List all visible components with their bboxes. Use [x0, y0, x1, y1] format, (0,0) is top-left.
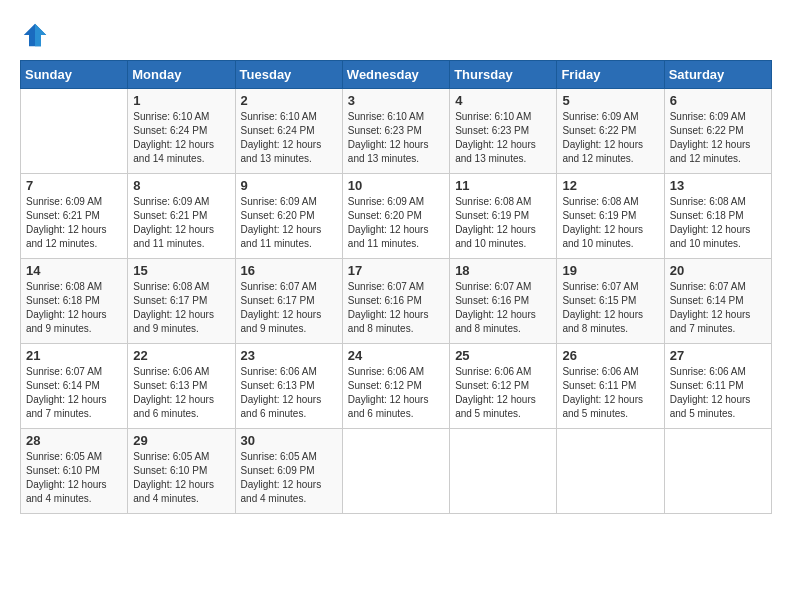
calendar-cell: 8 Sunrise: 6:09 AM Sunset: 6:21 PM Dayli… — [128, 174, 235, 259]
day-info: Sunrise: 6:08 AM Sunset: 6:18 PM Dayligh… — [26, 280, 122, 336]
day-number: 18 — [455, 263, 551, 278]
calendar-week-row: 14 Sunrise: 6:08 AM Sunset: 6:18 PM Dayl… — [21, 259, 772, 344]
calendar-cell — [21, 89, 128, 174]
calendar-cell: 14 Sunrise: 6:08 AM Sunset: 6:18 PM Dayl… — [21, 259, 128, 344]
day-info: Sunrise: 6:08 AM Sunset: 6:19 PM Dayligh… — [562, 195, 658, 251]
day-number: 13 — [670, 178, 766, 193]
day-info: Sunrise: 6:09 AM Sunset: 6:21 PM Dayligh… — [133, 195, 229, 251]
calendar-cell — [557, 429, 664, 514]
day-info: Sunrise: 6:07 AM Sunset: 6:14 PM Dayligh… — [26, 365, 122, 421]
day-info: Sunrise: 6:10 AM Sunset: 6:23 PM Dayligh… — [348, 110, 444, 166]
page-header — [20, 20, 772, 50]
day-number: 24 — [348, 348, 444, 363]
logo-icon — [20, 20, 50, 50]
day-info: Sunrise: 6:07 AM Sunset: 6:14 PM Dayligh… — [670, 280, 766, 336]
day-number: 3 — [348, 93, 444, 108]
calendar-cell: 28 Sunrise: 6:05 AM Sunset: 6:10 PM Dayl… — [21, 429, 128, 514]
calendar-cell: 18 Sunrise: 6:07 AM Sunset: 6:16 PM Dayl… — [450, 259, 557, 344]
weekday-row: SundayMondayTuesdayWednesdayThursdayFrid… — [21, 61, 772, 89]
calendar-cell: 12 Sunrise: 6:08 AM Sunset: 6:19 PM Dayl… — [557, 174, 664, 259]
calendar-week-row: 21 Sunrise: 6:07 AM Sunset: 6:14 PM Dayl… — [21, 344, 772, 429]
calendar-cell: 1 Sunrise: 6:10 AM Sunset: 6:24 PM Dayli… — [128, 89, 235, 174]
calendar-cell: 17 Sunrise: 6:07 AM Sunset: 6:16 PM Dayl… — [342, 259, 449, 344]
calendar-cell: 2 Sunrise: 6:10 AM Sunset: 6:24 PM Dayli… — [235, 89, 342, 174]
day-info: Sunrise: 6:05 AM Sunset: 6:10 PM Dayligh… — [26, 450, 122, 506]
calendar-cell: 6 Sunrise: 6:09 AM Sunset: 6:22 PM Dayli… — [664, 89, 771, 174]
day-number: 29 — [133, 433, 229, 448]
calendar-cell: 24 Sunrise: 6:06 AM Sunset: 6:12 PM Dayl… — [342, 344, 449, 429]
weekday-header: Friday — [557, 61, 664, 89]
day-number: 6 — [670, 93, 766, 108]
day-number: 1 — [133, 93, 229, 108]
calendar-week-row: 28 Sunrise: 6:05 AM Sunset: 6:10 PM Dayl… — [21, 429, 772, 514]
calendar-cell: 7 Sunrise: 6:09 AM Sunset: 6:21 PM Dayli… — [21, 174, 128, 259]
day-info: Sunrise: 6:06 AM Sunset: 6:11 PM Dayligh… — [670, 365, 766, 421]
day-number: 5 — [562, 93, 658, 108]
day-info: Sunrise: 6:08 AM Sunset: 6:18 PM Dayligh… — [670, 195, 766, 251]
day-info: Sunrise: 6:10 AM Sunset: 6:24 PM Dayligh… — [241, 110, 337, 166]
day-number: 22 — [133, 348, 229, 363]
calendar-cell: 29 Sunrise: 6:05 AM Sunset: 6:10 PM Dayl… — [128, 429, 235, 514]
day-number: 9 — [241, 178, 337, 193]
calendar-cell: 20 Sunrise: 6:07 AM Sunset: 6:14 PM Dayl… — [664, 259, 771, 344]
calendar-week-row: 7 Sunrise: 6:09 AM Sunset: 6:21 PM Dayli… — [21, 174, 772, 259]
calendar-cell: 30 Sunrise: 6:05 AM Sunset: 6:09 PM Dayl… — [235, 429, 342, 514]
day-number: 15 — [133, 263, 229, 278]
calendar-cell: 19 Sunrise: 6:07 AM Sunset: 6:15 PM Dayl… — [557, 259, 664, 344]
weekday-header: Wednesday — [342, 61, 449, 89]
calendar-cell: 5 Sunrise: 6:09 AM Sunset: 6:22 PM Dayli… — [557, 89, 664, 174]
calendar-cell — [450, 429, 557, 514]
calendar-cell — [664, 429, 771, 514]
calendar-cell: 22 Sunrise: 6:06 AM Sunset: 6:13 PM Dayl… — [128, 344, 235, 429]
logo — [20, 20, 54, 50]
day-info: Sunrise: 6:07 AM Sunset: 6:16 PM Dayligh… — [455, 280, 551, 336]
day-number: 25 — [455, 348, 551, 363]
day-info: Sunrise: 6:06 AM Sunset: 6:12 PM Dayligh… — [348, 365, 444, 421]
calendar-cell: 13 Sunrise: 6:08 AM Sunset: 6:18 PM Dayl… — [664, 174, 771, 259]
calendar-cell: 25 Sunrise: 6:06 AM Sunset: 6:12 PM Dayl… — [450, 344, 557, 429]
day-number: 8 — [133, 178, 229, 193]
day-number: 11 — [455, 178, 551, 193]
day-info: Sunrise: 6:09 AM Sunset: 6:20 PM Dayligh… — [241, 195, 337, 251]
calendar-header: SundayMondayTuesdayWednesdayThursdayFrid… — [21, 61, 772, 89]
calendar-cell: 26 Sunrise: 6:06 AM Sunset: 6:11 PM Dayl… — [557, 344, 664, 429]
calendar-cell: 15 Sunrise: 6:08 AM Sunset: 6:17 PM Dayl… — [128, 259, 235, 344]
day-number: 20 — [670, 263, 766, 278]
calendar-cell: 21 Sunrise: 6:07 AM Sunset: 6:14 PM Dayl… — [21, 344, 128, 429]
day-info: Sunrise: 6:09 AM Sunset: 6:22 PM Dayligh… — [670, 110, 766, 166]
calendar-cell: 4 Sunrise: 6:10 AM Sunset: 6:23 PM Dayli… — [450, 89, 557, 174]
weekday-header: Saturday — [664, 61, 771, 89]
day-info: Sunrise: 6:06 AM Sunset: 6:13 PM Dayligh… — [133, 365, 229, 421]
calendar-cell: 9 Sunrise: 6:09 AM Sunset: 6:20 PM Dayli… — [235, 174, 342, 259]
day-number: 27 — [670, 348, 766, 363]
weekday-header: Thursday — [450, 61, 557, 89]
calendar-cell: 27 Sunrise: 6:06 AM Sunset: 6:11 PM Dayl… — [664, 344, 771, 429]
day-number: 19 — [562, 263, 658, 278]
day-info: Sunrise: 6:06 AM Sunset: 6:13 PM Dayligh… — [241, 365, 337, 421]
calendar-body: 1 Sunrise: 6:10 AM Sunset: 6:24 PM Dayli… — [21, 89, 772, 514]
calendar-cell: 3 Sunrise: 6:10 AM Sunset: 6:23 PM Dayli… — [342, 89, 449, 174]
day-info: Sunrise: 6:07 AM Sunset: 6:17 PM Dayligh… — [241, 280, 337, 336]
day-info: Sunrise: 6:08 AM Sunset: 6:19 PM Dayligh… — [455, 195, 551, 251]
day-number: 12 — [562, 178, 658, 193]
day-number: 7 — [26, 178, 122, 193]
day-number: 21 — [26, 348, 122, 363]
calendar-table: SundayMondayTuesdayWednesdayThursdayFrid… — [20, 60, 772, 514]
day-info: Sunrise: 6:06 AM Sunset: 6:12 PM Dayligh… — [455, 365, 551, 421]
day-info: Sunrise: 6:09 AM Sunset: 6:20 PM Dayligh… — [348, 195, 444, 251]
day-info: Sunrise: 6:09 AM Sunset: 6:21 PM Dayligh… — [26, 195, 122, 251]
day-info: Sunrise: 6:07 AM Sunset: 6:15 PM Dayligh… — [562, 280, 658, 336]
day-info: Sunrise: 6:05 AM Sunset: 6:10 PM Dayligh… — [133, 450, 229, 506]
day-number: 16 — [241, 263, 337, 278]
calendar-cell: 10 Sunrise: 6:09 AM Sunset: 6:20 PM Dayl… — [342, 174, 449, 259]
svg-marker-1 — [35, 24, 46, 47]
weekday-header: Sunday — [21, 61, 128, 89]
day-info: Sunrise: 6:10 AM Sunset: 6:24 PM Dayligh… — [133, 110, 229, 166]
day-number: 14 — [26, 263, 122, 278]
day-number: 17 — [348, 263, 444, 278]
day-info: Sunrise: 6:06 AM Sunset: 6:11 PM Dayligh… — [562, 365, 658, 421]
day-info: Sunrise: 6:08 AM Sunset: 6:17 PM Dayligh… — [133, 280, 229, 336]
day-number: 23 — [241, 348, 337, 363]
weekday-header: Tuesday — [235, 61, 342, 89]
day-info: Sunrise: 6:09 AM Sunset: 6:22 PM Dayligh… — [562, 110, 658, 166]
